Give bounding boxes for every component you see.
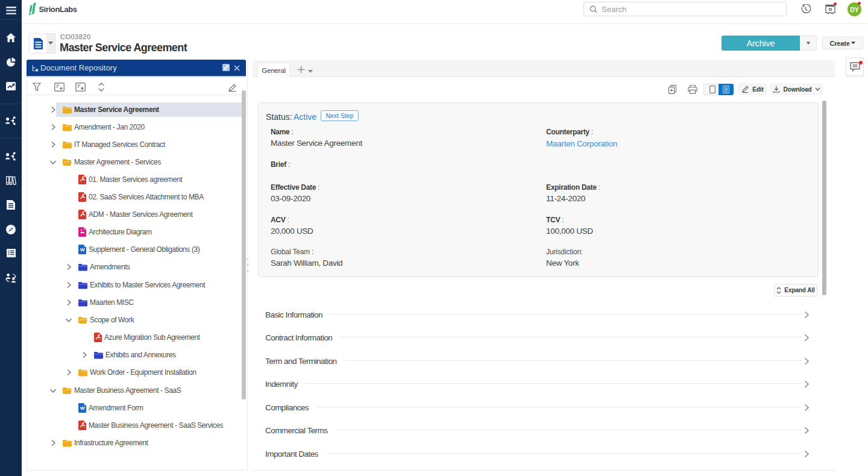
svg-text:W: W (80, 247, 85, 252)
svg-text:W: W (80, 406, 85, 411)
